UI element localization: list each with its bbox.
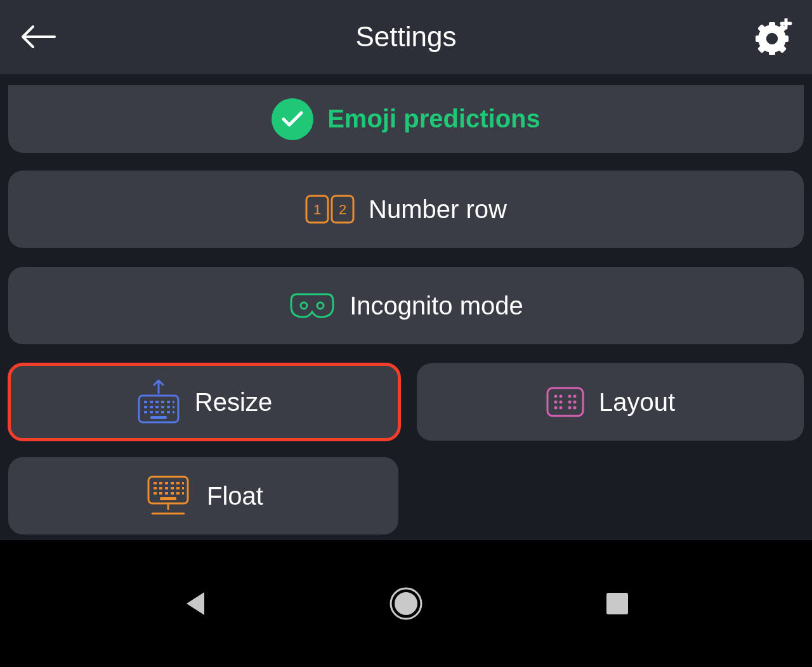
svg-point-46 — [559, 401, 562, 404]
svg-rect-54 — [154, 482, 157, 484]
nav-home-circle-icon — [388, 586, 424, 621]
incognito-mode-card[interactable]: Incognito mode — [8, 266, 804, 345]
layout-card[interactable]: Layout — [416, 363, 804, 441]
resize-card[interactable]: Resize — [8, 363, 401, 441]
svg-rect-61 — [159, 487, 162, 489]
svg-rect-38 — [173, 411, 174, 413]
nav-back-button[interactable] — [176, 585, 214, 623]
svg-rect-39 — [150, 416, 167, 419]
layout-icon — [546, 386, 585, 418]
svg-rect-55 — [159, 482, 162, 484]
nav-recents-button[interactable] — [598, 585, 636, 623]
svg-rect-58 — [176, 482, 180, 484]
gear-plus-icon — [756, 18, 792, 55]
svg-rect-21 — [144, 401, 147, 403]
svg-rect-40 — [547, 388, 583, 416]
svg-point-18 — [301, 302, 307, 309]
float-card[interactable]: Float — [8, 457, 399, 535]
svg-rect-69 — [171, 492, 174, 495]
number-row-card[interactable]: 1 2 Number row — [8, 170, 804, 249]
svg-rect-57 — [171, 482, 174, 484]
svg-rect-3 — [769, 22, 775, 29]
svg-rect-67 — [159, 492, 162, 495]
svg-point-44 — [573, 395, 576, 398]
settings-content: Emoji predictions 1 2 Number row Incogni… — [0, 74, 812, 535]
svg-text:1: 1 — [313, 202, 321, 217]
incognito-mask-icon — [289, 292, 336, 320]
svg-rect-32 — [173, 406, 174, 408]
svg-rect-56 — [165, 482, 168, 484]
svg-point-43 — [568, 395, 571, 398]
android-nav-bar — [0, 540, 812, 667]
emoji-predictions-label: Emoji predictions — [327, 105, 540, 133]
svg-rect-64 — [176, 487, 180, 489]
svg-point-51 — [568, 406, 571, 410]
svg-rect-66 — [154, 492, 157, 495]
svg-rect-37 — [167, 411, 170, 413]
svg-point-19 — [317, 302, 324, 309]
svg-point-76 — [395, 592, 417, 615]
svg-rect-24 — [161, 401, 164, 403]
page-title: Settings — [356, 21, 457, 53]
svg-rect-72 — [160, 497, 176, 500]
emoji-predictions-card[interactable]: Emoji predictions — [8, 85, 804, 153]
svg-point-47 — [568, 401, 571, 404]
svg-rect-28 — [150, 406, 153, 408]
number-row-icon: 1 2 — [305, 195, 355, 224]
svg-rect-31 — [167, 406, 170, 408]
svg-rect-77 — [606, 593, 628, 614]
svg-point-45 — [554, 401, 557, 404]
check-circle-icon — [272, 98, 313, 140]
svg-point-11 — [766, 33, 778, 44]
svg-point-50 — [559, 406, 562, 410]
resize-keyboard-icon — [136, 379, 181, 425]
svg-point-42 — [559, 395, 562, 398]
float-keyboard-icon — [143, 474, 193, 517]
back-arrow-icon — [20, 24, 56, 49]
svg-rect-59 — [182, 482, 184, 484]
svg-rect-60 — [154, 487, 157, 489]
svg-rect-71 — [182, 492, 184, 495]
empty-slot — [414, 457, 804, 535]
svg-point-49 — [554, 406, 557, 410]
svg-point-48 — [573, 401, 576, 404]
nav-recents-square-icon — [605, 592, 629, 616]
nav-back-triangle-icon — [183, 590, 207, 618]
top-bar: Settings — [0, 0, 812, 74]
svg-rect-25 — [167, 401, 170, 403]
svg-rect-4 — [769, 49, 775, 55]
svg-rect-27 — [144, 406, 147, 408]
half-row-1: Resize Layout — [8, 363, 804, 441]
back-button[interactable] — [19, 18, 57, 56]
svg-rect-23 — [155, 401, 159, 403]
incognito-mode-label: Incognito mode — [350, 292, 523, 320]
svg-rect-34 — [150, 411, 153, 413]
svg-rect-62 — [165, 487, 168, 489]
svg-rect-33 — [144, 411, 147, 413]
svg-text:2: 2 — [339, 202, 346, 217]
svg-rect-65 — [182, 487, 184, 489]
svg-rect-36 — [161, 411, 164, 413]
svg-rect-30 — [161, 406, 164, 408]
float-label: Float — [207, 482, 263, 510]
svg-rect-35 — [155, 411, 159, 413]
svg-rect-63 — [171, 487, 174, 489]
settings-gear-button[interactable] — [755, 18, 793, 56]
svg-rect-70 — [176, 492, 180, 495]
svg-point-41 — [554, 395, 557, 398]
resize-label: Resize — [195, 388, 272, 417]
svg-rect-26 — [173, 401, 174, 403]
svg-point-52 — [573, 406, 576, 410]
layout-label: Layout — [599, 388, 675, 417]
svg-rect-22 — [150, 401, 153, 403]
svg-rect-68 — [165, 492, 168, 495]
svg-rect-5 — [756, 36, 762, 42]
svg-rect-29 — [155, 406, 159, 408]
half-row-2: Float — [8, 457, 804, 535]
number-row-label: Number row — [369, 195, 507, 224]
svg-rect-6 — [782, 36, 789, 42]
nav-home-button[interactable] — [387, 585, 425, 623]
